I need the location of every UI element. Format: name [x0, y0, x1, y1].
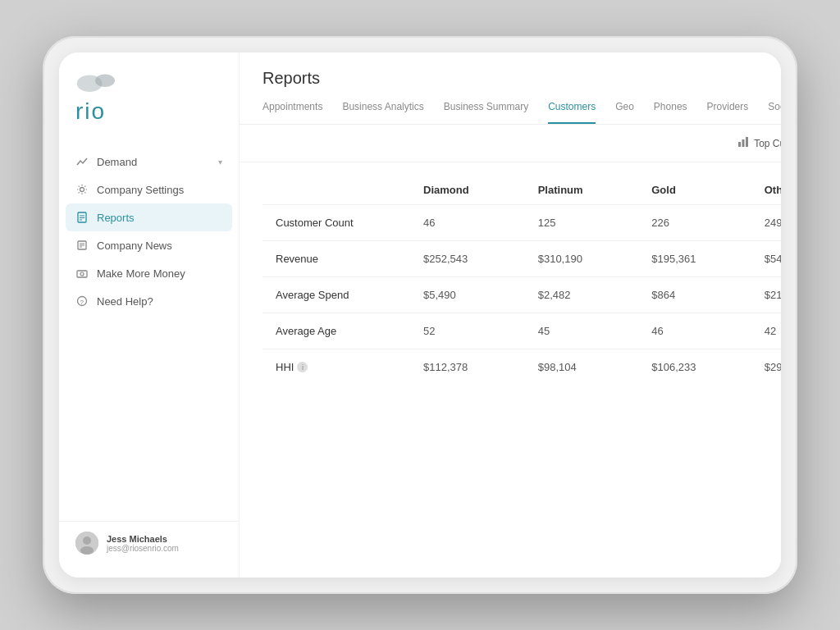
top-customer-breakout-button[interactable]: Top Customer Breakout ▾	[737, 136, 781, 150]
tab-customers[interactable]: Customers	[548, 101, 596, 124]
svg-rect-11	[77, 271, 87, 277]
svg-point-12	[80, 272, 84, 276]
row-platinum-customer-count: 125	[525, 205, 639, 241]
svg-rect-20	[746, 137, 748, 147]
row-diamond-hhi: $112,378	[410, 349, 525, 386]
row-diamond-revenue: $252,543	[410, 241, 525, 277]
row-others-customer-count: 249	[751, 205, 781, 241]
device-frame: rio Demand ▾	[43, 36, 797, 594]
row-platinum-revenue: $310,190	[525, 241, 639, 277]
svg-point-16	[83, 536, 91, 545]
sidebar-item-make-more-money-label: Make More Money	[97, 267, 185, 280]
user-name: Jess Michaels	[107, 534, 179, 544]
sidebar-item-company-news-label: Company News	[97, 240, 172, 252]
tab-providers[interactable]: Providers	[707, 101, 749, 124]
table-row: Customer Count 46 125 226 249	[262, 205, 781, 241]
sidebar-item-need-help[interactable]: ? Need Help?	[59, 287, 239, 315]
help-icon: ?	[75, 294, 89, 308]
col-header-diamond: Diamond	[410, 176, 525, 205]
row-gold-average-age: 46	[638, 313, 751, 349]
row-platinum-average-spend: $2,482	[525, 277, 639, 313]
main-content: Reports • Appointments Business Analytic…	[240, 52, 781, 578]
row-label-hhi: HHI i	[262, 349, 410, 386]
logo-graphic-icon	[75, 72, 125, 97]
row-platinum-average-age: 45	[525, 313, 639, 349]
filter-label: Top Customer Breakout	[754, 138, 781, 149]
row-label-customer-count: Customer Count	[262, 205, 410, 241]
sidebar-item-company-news[interactable]: Company News	[59, 231, 239, 259]
svg-point-2	[80, 188, 84, 192]
sidebar-item-need-help-label: Need Help?	[97, 295, 153, 308]
demand-icon	[75, 155, 89, 168]
row-diamond-customer-count: 46	[410, 205, 525, 241]
header-top: Reports •	[262, 69, 781, 88]
row-others-average-age: 42	[751, 313, 781, 349]
table-row: HHI i $112,378 $98,104 $106,233 $297,080	[262, 349, 781, 386]
svg-text:?: ?	[80, 299, 84, 306]
col-header-empty	[262, 176, 410, 205]
table-row: Revenue $252,543 $310,190 $195,361 $54,1…	[262, 241, 781, 277]
tabs-bar: Appointments Business Analytics Business…	[262, 101, 781, 124]
reports-icon	[75, 211, 89, 224]
row-diamond-average-spend: $5,490	[410, 277, 525, 313]
avatar	[75, 532, 98, 555]
user-email: jess@riosenrio.com	[107, 544, 179, 553]
chevron-icon: ▾	[218, 158, 222, 167]
tab-geo[interactable]: Geo	[615, 101, 634, 124]
tab-appointments[interactable]: Appointments	[262, 101, 322, 124]
row-gold-average-spend: $864	[638, 277, 751, 313]
hhi-label-container: HHI i	[276, 361, 308, 373]
col-header-others: Others	[751, 176, 781, 205]
settings-icon	[75, 183, 89, 196]
money-icon	[75, 267, 89, 280]
data-table-wrapper: Diamond Platinum Gold Others Customer Co…	[240, 162, 781, 398]
sidebar-footer: Jess Michaels jess@riosenrio.com	[59, 521, 239, 564]
sidebar-item-reports-label: Reports	[97, 212, 135, 224]
app-logo-text: rio	[75, 98, 106, 125]
row-label-average-spend: Average Spend	[262, 277, 410, 313]
row-gold-customer-count: 226	[638, 205, 751, 241]
row-platinum-hhi: $98,104	[525, 349, 639, 386]
row-label-revenue: Revenue	[262, 241, 410, 277]
sidebar-item-reports[interactable]: Reports	[66, 203, 232, 231]
svg-point-17	[80, 546, 94, 555]
content-area: Top Customer Breakout ▾ Diamond Platinum…	[240, 125, 781, 578]
col-header-gold: Gold	[638, 176, 751, 205]
table-row: Average Age 52 45 46 42	[262, 313, 781, 349]
sidebar-item-demand-label: Demand	[97, 156, 137, 168]
content-toolbar: Top Customer Breakout ▾	[240, 125, 781, 162]
sidebar-item-company-settings[interactable]: Company Settings	[59, 176, 239, 203]
tab-business-summary[interactable]: Business Summary	[444, 101, 528, 124]
user-info: Jess Michaels jess@riosenrio.com	[107, 534, 179, 553]
sidebar: rio Demand ▾	[59, 52, 240, 578]
news-icon	[75, 239, 89, 252]
sidebar-item-demand[interactable]: Demand ▾	[59, 148, 239, 176]
chart-bar-icon	[737, 136, 749, 150]
row-others-revenue: $54,198	[751, 241, 781, 277]
tab-phones[interactable]: Phones	[654, 101, 687, 124]
breakout-table: Diamond Platinum Gold Others Customer Co…	[262, 176, 781, 385]
tab-social[interactable]: Social	[768, 101, 781, 124]
page-title: Reports	[262, 69, 320, 88]
sidebar-item-company-settings-label: Company Settings	[97, 184, 184, 196]
table-row: Average Spend $5,490 $2,482 $864 $218	[262, 277, 781, 313]
svg-point-1	[95, 75, 115, 87]
logo-area: rio	[59, 72, 239, 148]
col-header-platinum: Platinum	[525, 176, 639, 205]
main-header: Reports • Appointments Business Analytic…	[240, 52, 781, 125]
row-others-hhi: $297,080	[751, 349, 781, 386]
sidebar-item-make-more-money[interactable]: Make More Money	[59, 259, 239, 287]
row-label-average-age: Average Age	[262, 313, 410, 349]
row-others-average-spend: $218	[751, 277, 781, 313]
row-gold-revenue: $195,361	[638, 241, 751, 277]
hhi-info-icon[interactable]: i	[297, 362, 308, 372]
sidebar-nav: Demand ▾ Company Settings	[59, 148, 239, 521]
row-diamond-average-age: 52	[410, 313, 525, 349]
app-container: rio Demand ▾	[59, 52, 781, 578]
svg-rect-18	[738, 142, 741, 147]
tab-business-analytics[interactable]: Business Analytics	[342, 101, 423, 124]
row-gold-hhi: $106,233	[638, 349, 751, 386]
table-header-row: Diamond Platinum Gold Others	[262, 176, 781, 205]
svg-rect-19	[742, 139, 745, 147]
